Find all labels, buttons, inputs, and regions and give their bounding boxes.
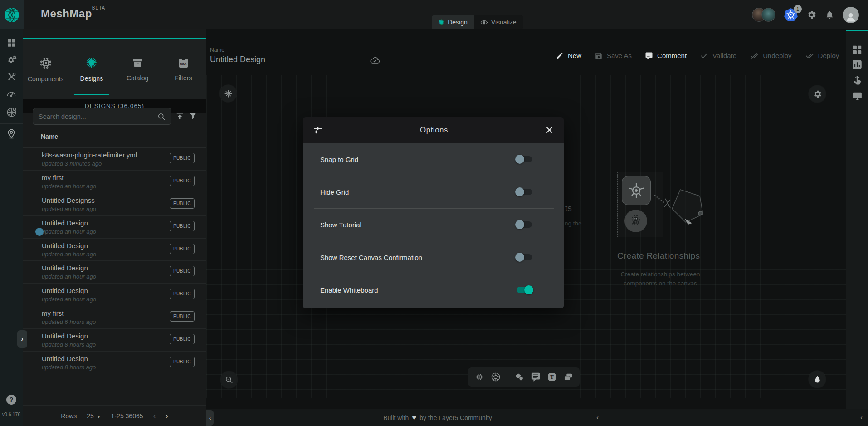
design-pinwheel-icon: ✺ xyxy=(438,19,444,26)
one-click-deploy-button[interactable] xyxy=(809,371,826,388)
design-name: Untitled Design xyxy=(42,219,88,227)
design-row[interactable]: Untitled Design updated an hour ago PUBL… xyxy=(23,239,206,261)
design-row[interactable]: Untitled Design updated an hour ago PUBL… xyxy=(23,261,206,284)
occluded-card-description-fragment: ng the xyxy=(565,220,582,227)
option-label: Show Tutorial xyxy=(320,221,361,229)
dock-comment-icon[interactable] xyxy=(531,372,541,382)
expand-panel-chevron[interactable]: › xyxy=(17,330,27,348)
screen-share-icon[interactable] xyxy=(846,90,868,102)
check-icon xyxy=(700,51,708,60)
nav-configuration-icon[interactable] xyxy=(0,72,23,82)
design-row[interactable]: Untitled Design updated 8 hours ago PUBL… xyxy=(23,352,206,374)
dock-kubernetes-icon[interactable] xyxy=(491,372,501,382)
nav-dashboard-icon[interactable] xyxy=(0,38,23,48)
nav-performance-icon[interactable] xyxy=(0,88,23,99)
meshmap-app: MeshMapBETA ✺ Design Visualize xyxy=(0,0,868,426)
designs-drawer: Components ✺ Designs Catalog WA Filters … xyxy=(23,29,206,426)
design-updated: updated an hour ago xyxy=(42,273,96,280)
snap-to-grid-toggle[interactable] xyxy=(517,156,532,162)
enable-whiteboard-toggle[interactable] xyxy=(517,287,532,293)
design-row[interactable]: Untitled Design updated an hour ago PUBL… xyxy=(23,284,206,306)
left-nav-rail: ? v0.6.176 xyxy=(0,29,23,426)
floppy-icon xyxy=(595,52,603,60)
canvas-settings-button[interactable] xyxy=(809,85,826,103)
undeploy-button[interactable]: Undeploy xyxy=(750,51,791,60)
prev-page-button[interactable]: ‹ xyxy=(153,411,156,421)
collapse-right-chevron[interactable]: ‹ xyxy=(860,413,863,421)
design-row[interactable]: Untitled Design updated an hour ago PUBL… xyxy=(23,216,206,239)
rows-per-page-select[interactable]: 25▼ xyxy=(87,412,101,420)
options-modal: Options Snap to Grid Hide Grid Show Tuto… xyxy=(303,117,564,308)
nav-lifecycle-icon[interactable] xyxy=(0,54,23,66)
tab-design[interactable]: ✺ Design xyxy=(432,15,474,29)
page-title: MeshMapBETA xyxy=(41,7,105,20)
design-updated: updated an hour ago xyxy=(42,228,96,235)
dock-components-icon[interactable] xyxy=(474,372,484,382)
relationship-pentagon-figure xyxy=(653,186,712,240)
beta-tag: BETA xyxy=(92,5,105,10)
next-page-button[interactable]: › xyxy=(166,411,168,421)
kubernetes-context-button[interactable]: 1 xyxy=(784,8,798,22)
widgets-grid-icon[interactable] xyxy=(846,44,868,56)
new-button[interactable]: New xyxy=(556,52,581,59)
dock-text-icon[interactable]: T xyxy=(547,372,557,382)
drawer-tabs: Components ✺ Designs Catalog WA Filters xyxy=(23,38,206,100)
tab-filters[interactable]: WA Filters xyxy=(161,39,206,100)
show-reset-canvas-confirmation-toggle[interactable] xyxy=(517,254,532,260)
design-row[interactable]: my first updated an hour ago PUBLIC xyxy=(23,171,206,193)
design-name-label: Name xyxy=(210,47,224,53)
comment-button[interactable]: Comment xyxy=(645,52,687,60)
snowflake-icon xyxy=(224,89,233,98)
meshsync-squid-node xyxy=(624,210,647,232)
chart-panel-icon[interactable] xyxy=(846,59,868,70)
freeze-layout-button[interactable] xyxy=(219,85,237,102)
design-row[interactable]: Untitled Design updated 8 hours ago PUBL… xyxy=(23,329,206,352)
collaborator-avatars[interactable] xyxy=(752,8,775,22)
options-modal-header: Options xyxy=(303,117,564,143)
cloud-saved-icon xyxy=(369,55,381,66)
design-name-input[interactable]: Untitled Design xyxy=(210,55,265,64)
show-tutorial-toggle[interactable] xyxy=(517,221,532,228)
layer5-logo[interactable] xyxy=(0,0,24,29)
collaborator-avatar-2[interactable] xyxy=(761,8,775,22)
deploy-button[interactable]: Deploy xyxy=(805,51,839,60)
design-row[interactable]: Untitled Designss updated an hour ago PU… xyxy=(23,193,206,216)
context-count-badge: 1 xyxy=(794,5,802,13)
version-label: v0.6.176 xyxy=(0,411,23,417)
help-button[interactable]: ? xyxy=(6,395,16,405)
tab-components[interactable]: Components xyxy=(23,39,68,100)
settings-gear-icon[interactable] xyxy=(806,10,817,20)
filters-wasm-icon: WA xyxy=(177,57,190,69)
tab-catalog[interactable]: Catalog xyxy=(115,39,161,100)
validate-button[interactable]: Validate xyxy=(700,51,736,60)
nav-meshmap-icon[interactable] xyxy=(0,128,23,139)
user-avatar[interactable] xyxy=(843,7,859,23)
import-design-icon[interactable] xyxy=(175,111,185,121)
save-as-button[interactable]: Save As xyxy=(595,52,632,60)
input-underline xyxy=(210,69,366,69)
zoom-button[interactable] xyxy=(220,371,238,388)
status-footer: ‹ Built with ♥ by the Layer5 Community ‹… xyxy=(206,409,868,426)
nav-extensions-icon[interactable] xyxy=(0,107,23,118)
comment-icon xyxy=(645,52,653,60)
rows-label: Rows xyxy=(61,412,77,420)
design-row[interactable]: my first updated 6 hours ago PUBLIC xyxy=(23,306,206,329)
tab-visualize[interactable]: Visualize xyxy=(474,15,523,29)
search-input[interactable] xyxy=(33,108,171,125)
design-updated: updated 6 hours ago xyxy=(42,318,96,325)
tab-designs[interactable]: ✺ Designs xyxy=(68,39,114,100)
heart-icon: ♥ xyxy=(412,413,416,422)
hide-grid-toggle[interactable] xyxy=(517,189,532,195)
name-column-header: Name xyxy=(41,133,58,140)
interaction-hand-icon[interactable] xyxy=(846,75,868,86)
notifications-bell-icon[interactable] xyxy=(825,10,834,20)
dock-shapes-icon[interactable] xyxy=(514,372,524,382)
close-icon[interactable] xyxy=(545,126,554,134)
collapse-mid-chevron[interactable]: ‹ xyxy=(596,413,599,421)
design-row[interactable]: k8s-wasm-plugin-ratelimiter.yml updated … xyxy=(23,148,206,171)
filter-funnel-icon[interactable] xyxy=(188,111,198,121)
dock-media-icon[interactable] xyxy=(563,372,573,382)
pagination-range: 1-25 36065 xyxy=(111,412,143,420)
pencil-icon xyxy=(556,52,564,59)
drop-icon xyxy=(813,375,822,384)
